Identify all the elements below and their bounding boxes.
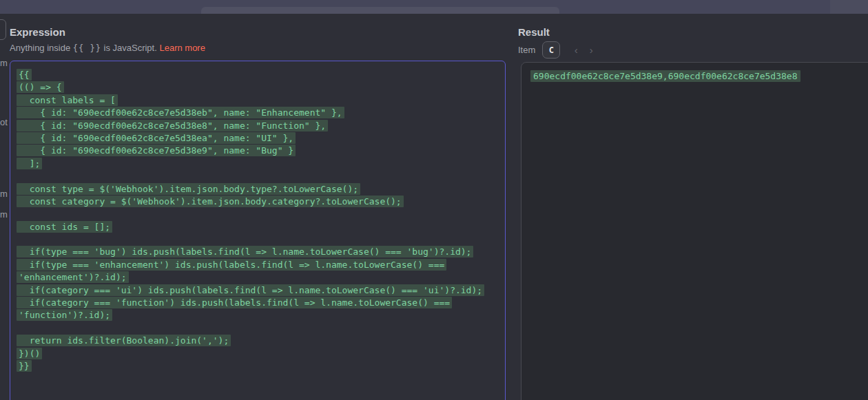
expression-panel-title: Expression [10, 26, 65, 38]
code-line [19, 170, 497, 182]
code-line [19, 322, 497, 335]
code-line: if(type === 'bug') ids.push(labels.find(… [19, 246, 497, 258]
code-line: if(type === 'enhancement') ids.push(labe… [19, 259, 497, 271]
clipped-text-fragment: m [0, 189, 8, 199]
code-line: { id: "690ecdf00e62c8ce7e5d38e8", name: … [19, 120, 497, 132]
code-line: }} [19, 360, 497, 372]
code-line: const ids = []; [19, 221, 497, 233]
code-line: const type = $('Webhook').item.json.body… [19, 183, 497, 196]
expression-code-editor[interactable]: {{(() => { const labels = [ { id: "690ec… [10, 61, 506, 400]
item-label: Item [518, 45, 535, 55]
top-bar-right-segment [830, 0, 868, 14]
expression-code: {{(() => { const labels = [ { id: "690ec… [19, 69, 497, 372]
expression-subtitle: Anything inside {{ }} is JavaScript. Lea… [10, 43, 205, 53]
item-pager: Item C ‹ › [518, 41, 599, 59]
clipped-text-fragment: m [0, 209, 8, 220]
subtitle-braces: {{ }} [73, 43, 101, 53]
learn-more-link[interactable]: Learn more [159, 43, 205, 53]
clipped-text-fragment: ot [0, 117, 8, 127]
previous-item-icon[interactable]: ‹ [568, 44, 583, 56]
subtitle-text-suffix: is JavaScript. [101, 43, 160, 53]
clipped-text-fragment: m [0, 58, 8, 68]
code-line: const category = $('Webhook').item.json.… [19, 196, 497, 208]
top-window-bar [0, 0, 868, 14]
code-line: 'function')?.id); [19, 309, 497, 322]
result-output-area: 690ecdf00e62c8ce7e5d38e9,690ecdf00e62c8c… [521, 62, 868, 400]
code-line: { id: "690ecdf00e62c8ce7e5d38eb", name: … [19, 107, 497, 119]
code-line: ]; [19, 158, 497, 170]
code-line: if(category === 'function') ids.push(lab… [19, 297, 497, 309]
code-line: if(category === 'ui') ids.push(labels.fi… [19, 284, 497, 297]
code-line: { id: "690ecdf00e62c8ce7e5d38e9", name: … [19, 145, 497, 157]
clipped-box-fragment [0, 19, 6, 40]
code-line: (() => { [19, 81, 497, 94]
next-item-icon[interactable]: › [583, 44, 599, 56]
result-output-value: 690ecdf00e62c8ce7e5d38e9,690ecdf00e62c8c… [530, 70, 800, 82]
code-line: return ids.filter(Boolean).join(','); [19, 335, 497, 347]
top-bar-tab [201, 7, 559, 14]
subtitle-text-prefix: Anything inside [10, 43, 73, 53]
code-line: {{ [19, 69, 497, 81]
item-index-input[interactable]: C [542, 41, 560, 59]
code-line: { id: "690ecdf00e62c8ce7e5d38ea", name: … [19, 132, 497, 145]
code-line [19, 233, 497, 246]
code-line: 'enhancement')?.id); [19, 271, 497, 284]
result-panel-title: Result [518, 26, 550, 38]
code-line: })() [19, 348, 497, 360]
code-line: const labels = [ [19, 94, 497, 107]
code-line [19, 208, 497, 220]
